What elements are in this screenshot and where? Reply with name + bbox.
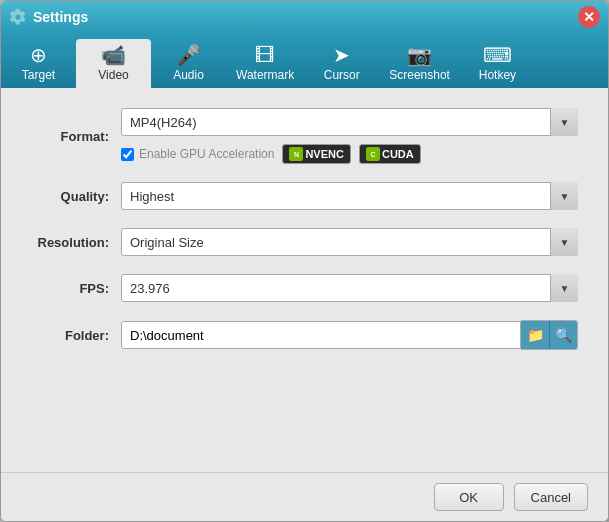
folder-row: Folder: 📁 🔍	[31, 320, 578, 350]
format-select[interactable]: MP4(H264) MP4(H265) AVI MOV WMV FLV	[121, 108, 578, 136]
quality-row: Quality: Highest High Medium Low ▼	[31, 182, 578, 210]
resolution-row: Resolution: Original Size 1920x1080 1280…	[31, 228, 578, 256]
dialog-title: Settings	[33, 9, 578, 25]
fps-label: FPS:	[31, 281, 121, 296]
tab-screenshot[interactable]: 📷 Screenshot	[379, 39, 460, 90]
tab-bar: ⊕ Target 📹 Video 🎤 Audio 🎞 Watermark ➤ C…	[1, 33, 608, 88]
quality-select[interactable]: Highest High Medium Low	[121, 182, 578, 210]
format-label: Format:	[31, 129, 121, 144]
quality-control: Highest High Medium Low ▼	[121, 182, 578, 210]
gpu-row: Enable GPU Acceleration N NVENC C CUDA	[121, 144, 578, 164]
resolution-label: Resolution:	[31, 235, 121, 250]
video-icon: 📹	[101, 45, 126, 65]
tab-target-label: Target	[22, 68, 55, 82]
title-bar: Settings ✕	[1, 1, 608, 33]
folder-search-button[interactable]: 🔍	[549, 321, 577, 349]
folder-browse-button[interactable]: 📁	[521, 321, 549, 349]
tab-watermark[interactable]: 🎞 Watermark	[226, 39, 304, 90]
resolution-control: Original Size 1920x1080 1280x720 854x480…	[121, 228, 578, 256]
cancel-button[interactable]: Cancel	[514, 483, 588, 511]
content-area: Format: MP4(H264) MP4(H265) AVI MOV WMV …	[1, 88, 608, 472]
folder-icon: 📁	[527, 327, 544, 343]
tab-hotkey-label: Hotkey	[479, 68, 516, 82]
gpu-checkbox[interactable]	[121, 148, 134, 161]
tab-cursor[interactable]: ➤ Cursor	[304, 39, 379, 90]
resolution-select-wrap: Original Size 1920x1080 1280x720 854x480…	[121, 228, 578, 256]
folder-buttons: 📁 🔍	[521, 320, 578, 350]
format-row: Format: MP4(H264) MP4(H265) AVI MOV WMV …	[31, 108, 578, 164]
gpu-label-text: Enable GPU Acceleration	[139, 147, 274, 161]
format-control: MP4(H264) MP4(H265) AVI MOV WMV FLV ▼ En…	[121, 108, 578, 164]
watermark-icon: 🎞	[255, 45, 275, 65]
quality-label: Quality:	[31, 189, 121, 204]
resolution-select[interactable]: Original Size 1920x1080 1280x720 854x480	[121, 228, 578, 256]
tab-hotkey[interactable]: ⌨ Hotkey	[460, 39, 535, 90]
close-button[interactable]: ✕	[578, 6, 600, 28]
tab-audio-label: Audio	[173, 68, 204, 82]
tab-audio[interactable]: 🎤 Audio	[151, 39, 226, 90]
tab-target[interactable]: ⊕ Target	[1, 39, 76, 90]
folder-input[interactable]	[121, 321, 521, 349]
nvenc-label: NVENC	[305, 148, 344, 160]
tab-screenshot-label: Screenshot	[389, 68, 450, 82]
cursor-icon: ➤	[333, 45, 350, 65]
cuda-badge: C CUDA	[359, 144, 421, 164]
bottom-bar: OK Cancel	[1, 472, 608, 521]
fps-select-wrap: 23.976 24 25 29.97 30 60 ▼	[121, 274, 578, 302]
nvenc-badge: N NVENC	[282, 144, 351, 164]
fps-select[interactable]: 23.976 24 25 29.97 30 60	[121, 274, 578, 302]
fps-control: 23.976 24 25 29.97 30 60 ▼	[121, 274, 578, 302]
folder-input-wrap: 📁 🔍	[121, 320, 578, 350]
ok-button[interactable]: OK	[434, 483, 504, 511]
cuda-dot: C	[366, 147, 380, 161]
hotkey-icon: ⌨	[483, 45, 512, 65]
target-icon: ⊕	[30, 45, 47, 65]
tab-video-label: Video	[98, 68, 128, 82]
settings-icon	[9, 8, 27, 26]
folder-label: Folder:	[31, 328, 121, 343]
tab-video[interactable]: 📹 Video	[76, 39, 151, 90]
quality-select-wrap: Highest High Medium Low ▼	[121, 182, 578, 210]
nvenc-dot: N	[289, 147, 303, 161]
settings-dialog: Settings ✕ ⊕ Target 📹 Video 🎤 Audio 🎞 Wa…	[0, 0, 609, 522]
fps-row: FPS: 23.976 24 25 29.97 30 60 ▼	[31, 274, 578, 302]
cuda-label: CUDA	[382, 148, 414, 160]
search-icon: 🔍	[555, 327, 572, 343]
audio-icon: 🎤	[176, 45, 201, 65]
screenshot-icon: 📷	[407, 45, 432, 65]
gpu-checkbox-label[interactable]: Enable GPU Acceleration	[121, 147, 274, 161]
tab-cursor-label: Cursor	[324, 68, 360, 82]
format-select-wrap: MP4(H264) MP4(H265) AVI MOV WMV FLV ▼	[121, 108, 578, 136]
tab-watermark-label: Watermark	[236, 68, 294, 82]
